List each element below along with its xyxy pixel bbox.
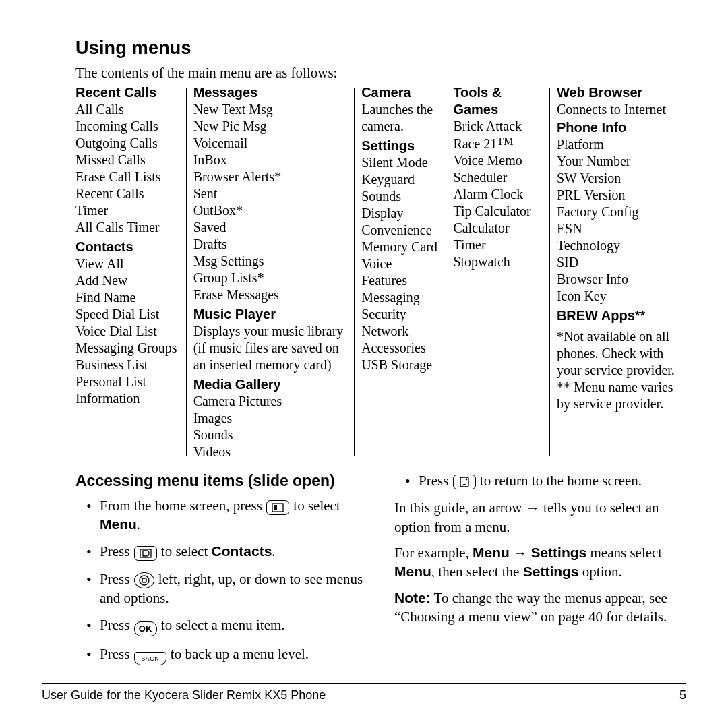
category-description: Displays your music library (if music fi…: [193, 323, 348, 373]
paragraph: For example, Menu → Settings means selec…: [394, 543, 686, 582]
list-item: Information: [75, 390, 179, 407]
settings-keyword: Settings: [530, 545, 586, 560]
category-music-player: Music Player: [193, 306, 348, 323]
page-number: 5: [679, 688, 686, 703]
category-recent-calls: Recent Calls: [75, 84, 179, 101]
text-fragment: From the home screen, press: [100, 497, 266, 514]
back-key-label: BACK: [141, 656, 159, 662]
list-item: View All: [75, 255, 179, 272]
menu-keyword: Menu: [473, 545, 510, 560]
list-item: Race 21TM: [453, 135, 543, 152]
text-fragment: , then select the: [431, 564, 523, 580]
lower-left-column: Accessing menu items (slide open) From t…: [75, 471, 367, 673]
svg-point-3: [140, 576, 149, 585]
text-fragment: For example,: [394, 545, 473, 561]
list-item: Images: [193, 410, 348, 427]
menu-col-5: Web Browser Connects to Internet Phone I…: [550, 84, 686, 460]
list-item: Personal List: [75, 373, 179, 390]
list-item: Erase Messages: [193, 286, 348, 303]
list-item: PRL Version: [557, 187, 686, 204]
list-item: SW Version: [557, 170, 686, 187]
list-item: All Calls Timer: [75, 219, 179, 236]
svg-rect-1: [274, 505, 277, 510]
instruction-list: From the home screen, press to select Me…: [75, 496, 367, 666]
list-item: Security: [361, 306, 439, 323]
svg-rect-4: [142, 578, 146, 582]
list-item: Voice Memo: [453, 152, 543, 169]
list-item: Missed Calls: [75, 152, 179, 169]
list-item: Stopwatch: [453, 253, 543, 270]
note-label: Note:: [394, 590, 431, 605]
list-item: New Pic Msg: [193, 118, 348, 135]
instruction-list: Press to return to the home screen.: [394, 471, 686, 490]
list-item: Scheduler: [453, 169, 543, 186]
list-item: Drafts: [193, 236, 348, 253]
nav-ring-icon: [134, 572, 154, 588]
list-item: Platform: [557, 136, 686, 153]
list-item: Sounds: [361, 188, 439, 205]
instruction-item: Press to return to the home screen.: [405, 471, 686, 490]
arrow-icon: →: [513, 545, 527, 561]
text-fragment: .: [137, 516, 140, 533]
arrow-icon: →: [526, 499, 540, 516]
list-item: Factory Config: [557, 204, 686, 220]
subheading: Accessing menu items (slide open): [75, 471, 367, 491]
list-item: Silent Mode: [361, 154, 439, 171]
text-fragment: to select a menu item.: [161, 617, 285, 633]
text-fragment: to back up a menu level.: [171, 646, 309, 662]
list-item: Icon Key: [557, 288, 686, 305]
list-item: Sent: [193, 185, 348, 202]
list-item: Outgoing Calls: [75, 135, 179, 152]
svg-point-6: [465, 479, 467, 481]
list-item: Browser Info: [557, 271, 686, 288]
list-item: Voice Dial List: [75, 323, 179, 340]
back-key-icon: BACK: [134, 652, 166, 665]
text-fragment: Press: [100, 646, 133, 662]
list-item: USB Storage: [361, 357, 439, 373]
list-item: Speed Dial List: [75, 306, 179, 323]
list-item: Group Lists*: [193, 270, 348, 286]
list-item: OutBox*: [193, 202, 348, 219]
list-item: Memory Card: [361, 239, 439, 255]
category-phone-info: Phone Info: [557, 119, 686, 136]
list-item: Msg Settings: [193, 253, 348, 270]
list-item: Keyguard: [361, 171, 439, 188]
text-fragment: .: [272, 543, 275, 559]
softkey-contacts-icon: [134, 546, 157, 561]
list-item: Brick Attack: [453, 118, 543, 135]
ok-key-label: OK: [139, 624, 152, 633]
softkey-menu-icon: [266, 500, 289, 515]
menu-col-2: Messages New Text Msg New Pic Msg Voicem…: [187, 84, 355, 460]
text-fragment: In this guide, an arrow: [394, 499, 526, 516]
list-item: Browser Alerts*: [193, 169, 348, 185]
list-item: Technology: [557, 237, 686, 254]
list-item: Display: [361, 205, 439, 222]
list-item: Add New: [75, 272, 179, 289]
lower-section: Accessing menu items (slide open) From t…: [75, 471, 686, 673]
text-fragment: Press: [100, 543, 133, 559]
list-item: Calculator: [453, 220, 543, 237]
trademark-symbol: TM: [497, 135, 513, 147]
end-call-key-icon: [453, 475, 476, 489]
list-item: SID: [557, 254, 686, 271]
settings-keyword: Settings: [523, 564, 579, 579]
menu-col-3: Camera Launches the camera. Settings Sil…: [355, 84, 446, 460]
note-paragraph: Note: To change the way the menus appear…: [394, 588, 686, 627]
text-fragment: option.: [579, 564, 622, 580]
menu-col-4: Tools & Games Brick Attack Race 21TM Voi…: [446, 84, 549, 460]
list-item: Accessories: [361, 340, 439, 357]
text-fragment: to select: [161, 543, 212, 559]
list-item: Messaging Groups: [75, 340, 179, 357]
list-item: All Calls: [75, 101, 179, 118]
instruction-item: From the home screen, press to select Me…: [86, 496, 367, 535]
footnote-2: ** Menu name varies by service provider.: [557, 379, 686, 413]
text-fragment: to return to the home screen.: [480, 473, 642, 489]
page-footer: User Guide for the Kyocera Slider Remix …: [42, 683, 686, 703]
footnote-1: *Not available on all phones. Check with…: [557, 328, 686, 379]
menu-keyword: Menu: [394, 564, 431, 579]
list-item: Network: [361, 323, 439, 340]
list-item: New Text Msg: [193, 101, 348, 118]
list-item: Voice Features: [361, 255, 439, 289]
category-brew-apps: BREW Apps**: [557, 307, 686, 324]
category-description: Launches the camera.: [361, 101, 439, 135]
